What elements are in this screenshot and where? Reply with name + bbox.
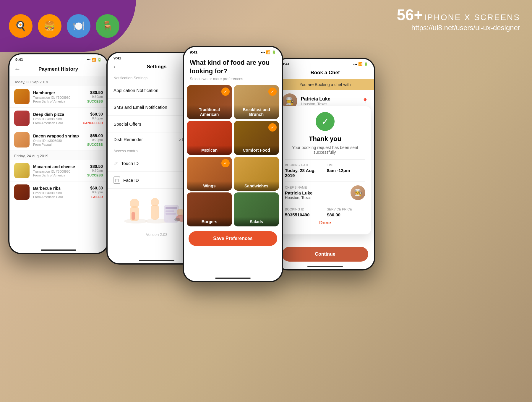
payment-item-mac[interactable]: Macaroni and cheese Transaction ID: #300… <box>9 160 108 181</box>
modal-divider-1 <box>285 159 365 160</box>
booking-id-price-grid: BOOKING ID 5035510490 SERVICE PRICE $80.… <box>285 208 365 217</box>
check-breakfast: ✓ <box>268 87 277 96</box>
thankyou-title: Thank you <box>285 135 365 143</box>
save-preferences-button[interactable]: Save Preferences <box>189 231 277 246</box>
payment-item-ribs[interactable]: Barbecue ribs Order ID: #3008980 From Am… <box>9 181 108 203</box>
booking-id-label: BOOKING ID <box>285 208 323 211</box>
status-bar-1: 9:41 ▪▪▪📶🔋 <box>9 54 108 63</box>
modal-divider-2 <box>285 181 365 182</box>
chefs-name-label: CHEF'S NAME <box>285 186 312 189</box>
chef-name: Patricia Luke <box>301 96 330 102</box>
food-pref-sub: Select two or more preferences <box>190 77 276 81</box>
icon-chair: 🪑 <box>96 14 119 38</box>
booking-date-label: BOOKING DATE <box>285 163 323 167</box>
food-cell-traditional[interactable]: ✓ Traditional American <box>187 85 232 119</box>
svg-point-14 <box>174 218 180 221</box>
thumb-mac <box>14 163 30 178</box>
thumb-ribs <box>14 184 30 200</box>
svg-rect-3 <box>132 212 135 220</box>
food-label-breakfast: Breakfast and Brunch <box>234 105 279 119</box>
food-cell-mexican[interactable]: Mexican <box>187 121 232 155</box>
screen-count: 56+ <box>397 6 423 23</box>
continue-button[interactable]: Continue <box>282 247 368 262</box>
service-price-value: $80.00 <box>327 212 365 217</box>
booking-details-grid: BOOKING DATE Today, 28 Aug, 2019 TIME 8a… <box>285 163 365 178</box>
booking-time-cell: TIME 8am -12pm <box>327 163 365 178</box>
booking-banner: You are Booking a chef with <box>276 79 374 90</box>
food-label-salads: Salads <box>234 217 279 226</box>
check-traditional: ✓ <box>221 87 230 96</box>
chef-details: Patricia Luke Houston, Texas <box>301 96 330 106</box>
time-1: 9:41 <box>15 57 23 62</box>
home-indicator-4 <box>307 266 343 267</box>
service-price-cell: SERVICE PRICE $80.00 <box>327 208 365 217</box>
home-indicator-2 <box>139 260 174 261</box>
icon-burger: 🍔 <box>38 14 61 38</box>
payment-item-hamburger[interactable]: Hamburger Transaction ID: #3008980 From … <box>9 86 108 108</box>
food-cell-breakfast[interactable]: ✓ Breakfast and Brunch <box>234 85 279 119</box>
food-cell-salads[interactable]: Salads <box>234 192 279 226</box>
signal-icons-1: ▪▪▪📶🔋 <box>87 58 102 62</box>
signal-icons-3: ▪▪▪📶🔋 <box>261 50 276 54</box>
payment-item-pizza[interactable]: Deep dish pizza Order ID: #3008980 From … <box>9 108 108 129</box>
modal-chef-info: CHEF'S NAME Patricia Luke Houston, Texas <box>285 186 312 200</box>
modal-chef-name: Patricia Luke <box>285 190 312 195</box>
face-id-icon: ◻ <box>113 176 120 184</box>
location-pin-icon: 📍 <box>362 98 368 104</box>
svg-rect-5 <box>151 205 159 220</box>
modal-chef-avatar: 👨‍🍳 <box>351 185 365 200</box>
phone-food-preferences: 9:41 ▪▪▪📶🔋 What kind of food are youlook… <box>183 46 283 282</box>
booking-date-value: Today, 28 Aug, 2019 <box>285 168 323 178</box>
food-cell-sandwiches[interactable]: Sandwiches <box>234 157 279 191</box>
booking-date-cell: BOOKING DATE Today, 28 Aug, 2019 <box>285 163 323 178</box>
back-arrow-1[interactable]: ← <box>14 65 21 73</box>
modal-chef-location: Houston, Texas <box>285 195 312 200</box>
booking-id-value: 5035510490 <box>285 212 323 217</box>
fingerprint-icon: ☞ <box>113 160 118 166</box>
svg-rect-9 <box>166 210 174 212</box>
food-grid: ✓ Traditional American ✓ Breakfast and B… <box>184 83 282 228</box>
status-bar-4: 9:41 ▪▪▪📶🔋 <box>276 59 374 67</box>
dish-reminder-label: Dish Reminder <box>113 137 143 142</box>
thumb-shrimp <box>14 132 30 147</box>
time-2: 9:41 <box>113 56 121 60</box>
phone-book-chef: 9:41 ▪▪▪📶🔋 ← Book a Chef You are Booking… <box>275 58 375 270</box>
payment-info-mac: Macaroni and cheese Transaction ID: #300… <box>33 164 84 177</box>
chef-location: Houston, Texas <box>301 102 330 106</box>
icon-utensils: 🍽️ <box>67 14 90 38</box>
food-cell-comfort[interactable]: ✓ Comfort Food <box>234 121 279 155</box>
settings-title: Settings <box>147 64 166 70</box>
section-date-2: Friday, 24 Aug 2019 <box>9 151 108 160</box>
food-label-burgers: Burgers <box>187 217 232 226</box>
done-button[interactable]: Done <box>285 217 365 228</box>
thumb-hamburger <box>14 89 30 104</box>
back-arrow-2[interactable]: ← <box>112 63 119 71</box>
section-date-1: Today, 30 Sep 2019 <box>9 77 108 86</box>
special-offers-label: Special Offers <box>113 121 141 127</box>
icon-chef: 🍳 <box>9 14 33 38</box>
food-label-mexican: Mexican <box>187 145 232 155</box>
food-cell-wings[interactable]: ✓ Wings <box>187 157 232 191</box>
svg-point-2 <box>130 199 139 208</box>
time-label: TIME <box>327 163 365 167</box>
touch-id-label: Touch ID <box>121 161 139 166</box>
service-price-label: SERVICE PRICE <box>327 208 365 211</box>
modal-chef-row: CHEF'S NAME Patricia Luke Houston, Texas… <box>285 185 365 200</box>
svg-rect-10 <box>166 213 176 215</box>
time-3: 9:41 <box>190 50 197 54</box>
svg-rect-8 <box>166 207 177 209</box>
signal-icons-4: ▪▪▪📶🔋 <box>353 62 368 66</box>
thankyou-modal: ✓ Thank you Your booking request has bee… <box>279 106 371 234</box>
phone-payment-history: 9:41 ▪▪▪📶🔋 ← Payment History Today, 30 S… <box>8 53 109 254</box>
app-notification-label: Application Notification <box>113 88 158 93</box>
time-value: 8am -12pm <box>327 168 365 173</box>
payment-item-shrimp[interactable]: Bacon wrapped shrimp Order ID: #3008980 … <box>9 129 108 151</box>
book-chef-header: ← Book a Chef <box>276 67 374 79</box>
food-cell-burgers[interactable]: Burgers <box>187 192 232 226</box>
status-bar-3: 9:41 ▪▪▪📶🔋 <box>184 47 282 56</box>
modal-divider-3 <box>285 204 365 204</box>
svg-point-6 <box>151 198 159 206</box>
home-indicator-1 <box>41 249 76 251</box>
thumb-pizza <box>14 111 30 126</box>
check-comfort: ✓ <box>268 123 277 132</box>
